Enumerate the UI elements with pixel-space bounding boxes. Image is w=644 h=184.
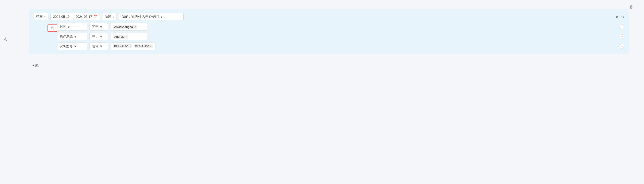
or-button[interactable]: 或 [48,25,57,32]
value-box-timezone[interactable]: Asia/Shanghai × [110,23,147,31]
op-label-timezone: 等于 [92,25,98,29]
tag-value-timezone: Asia/Shanghai [114,25,134,29]
value-box-os[interactable]: Android × [110,33,147,40]
tag-close-eml[interactable]: × [129,45,130,48]
date-end: 2024-06-17 [76,15,92,19]
range-select[interactable]: 范围 ∨ [34,13,48,20]
op-select-timezone[interactable]: 等于 ∨ [90,23,108,31]
conditions-list: 时区 ∨ 等于 ∨ Asia/Shanghai × [57,23,624,50]
top-right-icons: ⊳ ⊖ [616,15,624,19]
field-select-timezone[interactable]: 时区 ∨ [57,23,87,31]
condition-row: 操作系统 ∨ 等于 ∨ Android × [57,33,624,40]
outer-or-label: 或 [4,37,7,41]
conditions-area: 或 时区 ∨ 等于 ∨ [48,23,624,50]
op-chevron-icon-os: ∨ [100,35,102,38]
op-select-os[interactable]: 等于 ∨ [90,33,108,40]
path-label: 我的 / 我的-个人中心-访问 [122,15,159,19]
minus-icon-timezone: − [621,25,623,29]
trash-icon[interactable]: 🗑 [629,5,634,10]
path-chevron-icon: ∨ [160,15,163,19]
tag-value-eml: EML-AL00 [114,45,128,48]
tag-timezone: Asia/Shanghai × [113,25,137,29]
tag-close-els[interactable]: × [150,45,151,48]
calendar-icon: 📅 [94,15,97,19]
done-select[interactable]: 做过 ∨ [102,13,117,20]
op-label-os: 等于 [92,34,98,39]
or-button-label: 或 [51,26,54,30]
tag-value-android: Android [114,35,124,38]
done-label: 做过 [105,15,111,19]
tag-android: Android × [113,35,128,39]
date-range-box[interactable]: 2024-05-19 → 2024-06-17 📅 [50,13,100,20]
remove-btn-timezone[interactable]: − [620,25,624,29]
condition-row: 设备型号 ∨ 包含 ∨ EML-AL00 × [57,43,624,50]
field-chevron-icon: ∨ [68,25,70,29]
field-chevron-icon-os: ∨ [74,35,76,38]
field-chevron-icon-device: ∨ [74,44,76,48]
add-or-button[interactable]: + 或 [29,62,42,69]
tag-eml: EML-AL00 × [113,44,132,48]
path-select[interactable]: 我的 / 我的-个人中心-访问 ∨ [119,13,184,20]
remove-btn-os[interactable]: − [620,34,624,39]
field-select-device[interactable]: 设备型号 ∨ [57,43,87,50]
minus-icon-os: − [621,35,623,38]
range-chevron-icon: ∨ [44,16,46,18]
date-arrow: → [71,15,74,19]
op-chevron-icon-device: ∨ [100,44,102,48]
add-or-label: + 或 [32,64,38,68]
remove-btn-device[interactable]: − [620,44,624,49]
minus-circle-icon-top[interactable]: ⊖ [621,15,624,19]
tag-close-timezone[interactable]: × [134,25,136,28]
date-start: 2024-05-19 [53,15,70,19]
filter-icon[interactable]: ⊳ [616,15,619,19]
done-chevron-icon: ∨ [112,16,114,18]
tag-value-els: ELS-AN00 [135,45,149,48]
op-select-device[interactable]: 包含 ∨ [90,43,108,50]
tag-els: ELS-AN00 × [134,44,153,48]
op-label-device: 包含 [92,44,98,48]
tag-close-android[interactable]: × [126,35,127,38]
condition-row: 时区 ∨ 等于 ∨ Asia/Shanghai × [57,23,624,31]
op-chevron-icon: ∨ [100,25,102,29]
value-box-device[interactable]: EML-AL00 × ELS-AN00 × [110,43,156,50]
filter-top-row: 范围 ∨ 2024-05-19 → 2024-06-17 📅 做过 ∨ [34,13,624,20]
field-label-device: 设备型号 [60,44,73,48]
field-select-os[interactable]: 操作系统 ∨ [57,33,87,40]
field-label-timezone: 时区 [60,25,66,29]
filter-main-block: 范围 ∨ 2024-05-19 → 2024-06-17 📅 做过 ∨ [29,9,629,54]
minus-icon-device: − [621,44,623,48]
range-label: 范围 [36,15,43,19]
field-label-os: 操作系统 [60,34,73,39]
